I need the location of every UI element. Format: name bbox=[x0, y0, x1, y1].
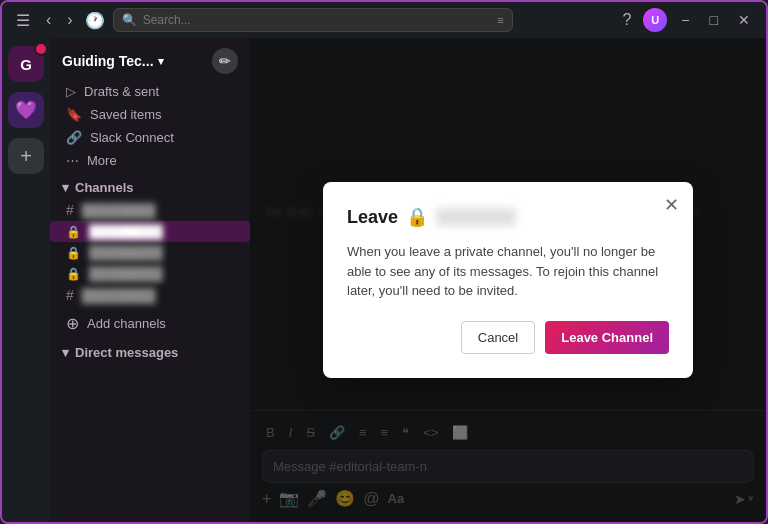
sidebar-item-drafts[interactable]: ▷ Drafts & sent bbox=[50, 80, 250, 103]
sidebar-item-more[interactable]: ⋯ More bbox=[50, 149, 250, 172]
compose-button[interactable]: ✏ bbox=[212, 48, 238, 74]
sidebar-item-saved[interactable]: 🔖 Saved items bbox=[50, 103, 250, 126]
workspace-name: Guiding Tec... ▾ bbox=[62, 53, 164, 69]
channel-name-4: ████████ bbox=[82, 288, 156, 303]
sidebar-item-saved-label: Saved items bbox=[90, 107, 162, 122]
titlebar-left: ☰ ‹ › 🕐 bbox=[12, 9, 105, 32]
channel-name-1: ████████ bbox=[89, 224, 163, 239]
main-content: Re: (Edit): From: Channel: A comment: Th… bbox=[250, 38, 766, 522]
channel-item-2[interactable]: 🔒 ████████ bbox=[50, 242, 250, 263]
notification-badge bbox=[34, 42, 48, 56]
modal-body-text: When you leave a private channel, you'll… bbox=[347, 242, 669, 301]
titlebar: ☰ ‹ › 🕐 🔍 ≡ ? U − □ ✕ bbox=[2, 2, 766, 38]
channel-item-3[interactable]: 🔒 ████████ bbox=[50, 263, 250, 284]
dm-section-label: Direct messages bbox=[75, 345, 178, 360]
sidebar-header[interactable]: Guiding Tec... ▾ ✏ bbox=[50, 42, 250, 80]
window-frame: ☰ ‹ › 🕐 🔍 ≡ ? U − □ ✕ G 💜 bbox=[0, 0, 768, 524]
add-workspace-button[interactable]: + bbox=[8, 138, 44, 174]
search-bar[interactable]: 🔍 ≡ bbox=[113, 8, 513, 32]
filter-icon: ≡ bbox=[497, 14, 503, 26]
drafts-icon: ▷ bbox=[66, 84, 76, 99]
modal-channel-name-blurred bbox=[436, 208, 516, 226]
channel-item-0[interactable]: # ████████ bbox=[50, 199, 250, 221]
connect-icon: 🔗 bbox=[66, 130, 82, 145]
close-window-button[interactable]: ✕ bbox=[732, 10, 756, 30]
workspace-icon-2[interactable]: 💜 bbox=[8, 92, 44, 128]
dm-chevron-icon: ▾ bbox=[62, 345, 69, 360]
more-icon: ⋯ bbox=[66, 153, 79, 168]
sidebar-item-add-channels[interactable]: ⊕ Add channels bbox=[50, 310, 250, 337]
channels-chevron-icon: ▾ bbox=[62, 180, 69, 195]
sidebar-item-drafts-label: Drafts & sent bbox=[84, 84, 159, 99]
hash-icon-4: # bbox=[66, 287, 74, 303]
forward-button[interactable]: › bbox=[63, 9, 76, 31]
channel-name-3: ████████ bbox=[89, 266, 163, 281]
minimize-button[interactable]: − bbox=[675, 10, 695, 30]
workspace-letter: G bbox=[20, 56, 32, 73]
back-button[interactable]: ‹ bbox=[42, 9, 55, 31]
channel-item-4[interactable]: # ████████ bbox=[50, 284, 250, 306]
add-channels-icon: ⊕ bbox=[66, 314, 79, 333]
channels-section-header[interactable]: ▾ Channels bbox=[50, 172, 250, 199]
modal-overlay: ✕ Leave 🔒 When you leave a private chann… bbox=[250, 38, 766, 522]
workspace-rail: G 💜 + bbox=[2, 38, 50, 522]
leave-channel-modal: ✕ Leave 🔒 When you leave a private chann… bbox=[323, 182, 693, 378]
sidebar-item-slack-connect[interactable]: 🔗 Slack Connect bbox=[50, 126, 250, 149]
app-body: G 💜 + Guiding Tec... ▾ ✏ ▷ Drafts & sent bbox=[2, 38, 766, 522]
sidebar-item-more-label: More bbox=[87, 153, 117, 168]
leave-channel-button[interactable]: Leave Channel bbox=[545, 321, 669, 354]
modal-lock-icon: 🔒 bbox=[406, 206, 428, 228]
sidebar-item-connect-label: Slack Connect bbox=[90, 130, 174, 145]
lock-icon-2: 🔒 bbox=[66, 246, 81, 260]
channels-section-label: Channels bbox=[75, 180, 134, 195]
dm-section-header[interactable]: ▾ Direct messages bbox=[50, 337, 250, 364]
channel-item-1[interactable]: 🔒 ████████ bbox=[50, 221, 250, 242]
hash-icon-0: # bbox=[66, 202, 74, 218]
channel-name-2: ████████ bbox=[89, 245, 163, 260]
sidebar: Guiding Tec... ▾ ✏ ▷ Drafts & sent 🔖 Sav… bbox=[50, 38, 250, 522]
search-input[interactable] bbox=[143, 13, 492, 27]
modal-title: Leave 🔒 bbox=[347, 206, 669, 228]
search-icon: 🔍 bbox=[122, 13, 137, 27]
avatar[interactable]: U bbox=[643, 8, 667, 32]
lock-icon-3: 🔒 bbox=[66, 267, 81, 281]
saved-icon: 🔖 bbox=[66, 107, 82, 122]
modal-close-button[interactable]: ✕ bbox=[664, 194, 679, 216]
modal-title-text: Leave bbox=[347, 207, 398, 228]
menu-button[interactable]: ☰ bbox=[12, 9, 34, 32]
cancel-button[interactable]: Cancel bbox=[461, 321, 535, 354]
titlebar-right: ? U − □ ✕ bbox=[618, 8, 756, 32]
add-channels-label: Add channels bbox=[87, 316, 166, 331]
modal-actions: Cancel Leave Channel bbox=[347, 321, 669, 354]
maximize-button[interactable]: □ bbox=[704, 10, 724, 30]
help-button[interactable]: ? bbox=[618, 9, 635, 31]
history-button[interactable]: 🕐 bbox=[85, 11, 105, 30]
channel-name-0: ████████ bbox=[82, 203, 156, 218]
workspace-icon[interactable]: G bbox=[8, 46, 44, 82]
lock-icon-1: 🔒 bbox=[66, 225, 81, 239]
